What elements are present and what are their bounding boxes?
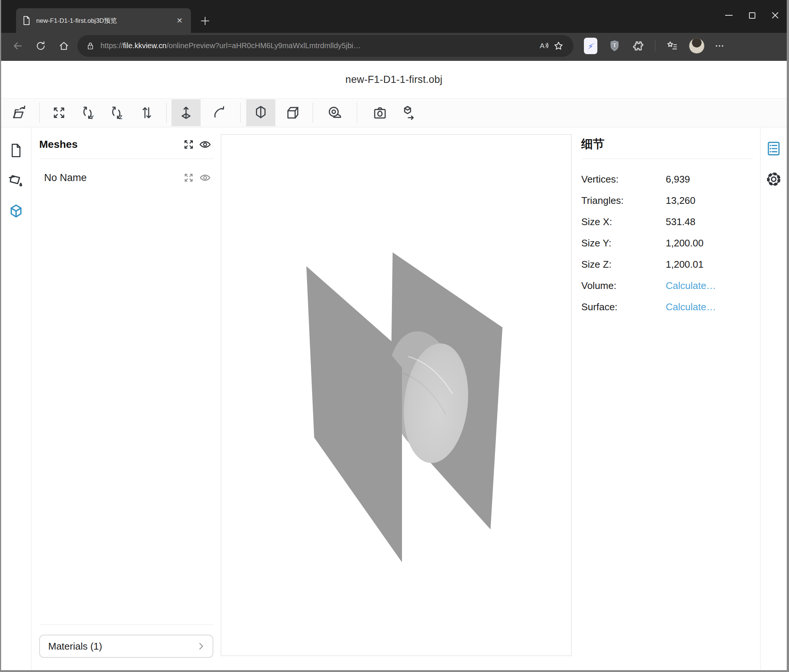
home-button[interactable] <box>56 38 72 54</box>
divider <box>39 159 213 159</box>
toggle-all-visibility-button[interactable] <box>197 137 213 152</box>
fit-view-button[interactable] <box>49 101 69 125</box>
rotate-y-icon: Y <box>80 105 96 121</box>
lock-icon <box>86 41 94 51</box>
back-arrow-icon <box>12 40 23 51</box>
svg-text:T: T <box>613 42 617 48</box>
svg-text:A: A <box>540 42 545 49</box>
browser-tab[interactable]: new-F1-D1-1-first.obj3D预览 ✕ <box>16 8 191 33</box>
up-axis-icon <box>178 105 194 121</box>
expand-icon <box>182 138 195 151</box>
profile-avatar[interactable] <box>689 38 704 54</box>
orbit-button[interactable] <box>209 101 230 125</box>
details-value: 1,200.00 <box>666 237 703 249</box>
export-model-icon <box>400 105 415 121</box>
details-row: Size X:531.48 <box>581 211 753 232</box>
fit-view-icon <box>51 105 67 120</box>
list-icon <box>766 141 781 156</box>
calculate-link[interactable]: Calculate… <box>666 301 716 313</box>
paint-material-icon <box>8 173 24 189</box>
plus-icon <box>200 16 210 26</box>
file-info-tab[interactable] <box>5 142 27 173</box>
right-icon-rail <box>760 127 787 670</box>
rotate-z-button[interactable]: Z <box>107 101 128 125</box>
left-plane-mesh <box>306 266 402 562</box>
back-button[interactable] <box>10 38 26 54</box>
details-list-tab[interactable] <box>762 141 785 171</box>
extension-bird-button[interactable] <box>584 38 597 54</box>
page-content: new-F1-D1-1-first.obj <box>1 61 787 670</box>
shaded-view-icon <box>253 105 268 121</box>
details-label: Vertices: <box>581 174 666 185</box>
box-view-button[interactable] <box>282 101 303 125</box>
address-bar[interactable]: https://file.kkview.cn/onlinePreview?url… <box>77 35 573 57</box>
materials-tab[interactable] <box>5 173 27 204</box>
tab-title: new-F1-D1-1-first.obj3D预览 <box>36 16 174 25</box>
window-controls <box>717 0 787 30</box>
gear-icon <box>766 171 781 187</box>
minimize-button[interactable] <box>717 0 740 30</box>
up-axis-button[interactable] <box>171 99 201 126</box>
divider <box>581 159 753 159</box>
calculate-link[interactable]: Calculate… <box>666 280 716 291</box>
extension-row: T <box>584 38 723 54</box>
model-tab[interactable] <box>5 204 27 234</box>
tab-favicon-icon <box>22 16 31 25</box>
details-row: Surface:Calculate… <box>581 296 753 318</box>
toolbar-separator <box>655 40 655 51</box>
open-file-icon <box>11 105 27 121</box>
model-viewport[interactable] <box>221 134 572 656</box>
details-title: 细节 <box>581 136 753 152</box>
rotate-z-icon: Z <box>109 105 125 121</box>
open-file-button[interactable] <box>9 101 30 125</box>
settings-tab[interactable] <box>762 171 785 202</box>
snapshot-button[interactable] <box>369 101 390 125</box>
read-aloud-button[interactable]: A <box>536 38 551 53</box>
flip-vertical-button[interactable] <box>136 101 157 125</box>
mesh-name: No Name <box>44 172 180 184</box>
cube-icon <box>8 204 24 220</box>
tab-close-icon[interactable]: ✕ <box>174 15 185 26</box>
star-icon <box>553 41 564 51</box>
details-label: Size Z: <box>581 259 666 270</box>
collections-button[interactable] <box>666 40 678 51</box>
box-view-icon <box>285 105 300 121</box>
close-button[interactable] <box>763 0 787 30</box>
extensions-puzzle-button[interactable] <box>632 40 644 52</box>
toggle-mesh-visibility-button[interactable] <box>197 170 213 185</box>
shaded-view-button[interactable] <box>246 99 275 126</box>
tampermonkey-shield-button[interactable]: T <box>609 39 621 53</box>
fit-mesh-button[interactable] <box>180 170 197 185</box>
maximize-button[interactable] <box>740 0 763 30</box>
materials-button[interactable]: Materials (1) <box>39 635 213 658</box>
fit-all-button[interactable] <box>180 137 197 152</box>
orbit-arrow-icon <box>211 105 227 121</box>
details-label: Size X: <box>581 216 666 228</box>
details-label: Triangles: <box>581 195 666 207</box>
details-label: Size Y: <box>581 237 666 249</box>
details-value: 1,200.01 <box>666 259 703 270</box>
refresh-button[interactable] <box>32 38 49 54</box>
eye-icon <box>198 138 212 151</box>
new-tab-button[interactable] <box>198 14 212 28</box>
maximize-icon <box>749 12 755 19</box>
details-value: 531.48 <box>666 216 696 228</box>
mesh-list-item[interactable]: No Name <box>39 170 213 185</box>
favorite-button[interactable] <box>551 38 566 53</box>
meshes-panel: Meshes No Name <box>31 127 221 670</box>
details-row: Triangles:13,260 <box>581 190 753 211</box>
export-model-button[interactable] <box>397 101 418 125</box>
rotate-y-button[interactable]: Y <box>78 101 99 125</box>
browser-menu-button[interactable] <box>716 45 723 47</box>
viewer-body: Meshes No Name <box>1 127 787 670</box>
viewer-toolbar: Y Z <box>1 98 787 127</box>
minimize-icon <box>725 15 733 16</box>
details-value: 13,260 <box>666 195 696 207</box>
details-rows: Vertices:6,939Triangles:13,260Size X:531… <box>581 169 753 318</box>
details-panel: 细节 Vertices:6,939Triangles:13,260Size X:… <box>572 127 760 670</box>
details-label: Volume: <box>581 280 666 291</box>
left-icon-rail <box>1 127 31 670</box>
measure-button[interactable] <box>324 101 345 125</box>
chevron-right-icon <box>196 642 206 651</box>
svg-text:Y: Y <box>90 114 94 120</box>
